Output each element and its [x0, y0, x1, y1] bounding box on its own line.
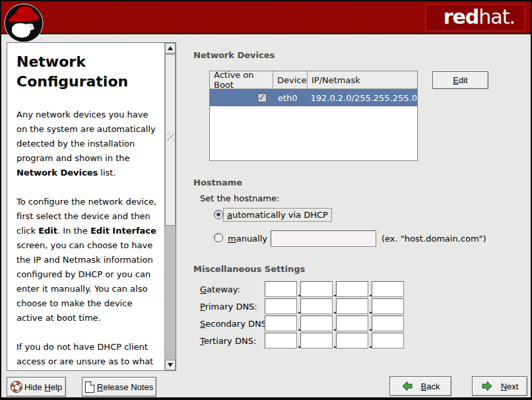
back-button[interactable]: Back: [389, 376, 451, 396]
primary-dns-octet-2-input[interactable]: [300, 298, 333, 314]
secondary-dns-octet-2-input[interactable]: [300, 316, 333, 331]
table-header-row: Active on Boot Device IP/Netmask: [210, 71, 417, 89]
back-arrow-icon: [401, 381, 413, 391]
hide-help-button[interactable]: Hide Help: [7, 377, 66, 397]
secondary-dns-octet-3-input[interactable]: [336, 316, 368, 331]
primary-dns-octet-3-input[interactable]: [336, 298, 368, 314]
gateway-octet-2-input[interactable]: [300, 281, 333, 297]
top-banner: redhat.: [1, 1, 531, 34]
ip-netmask-cell: 192.0.2.0/255.255.255.0: [306, 93, 417, 103]
primary-dns-octet-4-input[interactable]: [372, 298, 404, 314]
help-paragraph-2: To configure the network device, first s…: [17, 195, 160, 325]
manual-radio-button[interactable]: [214, 233, 223, 242]
secondary-dns-octet-4-input[interactable]: [372, 316, 404, 331]
down-arrow-icon: [168, 363, 173, 367]
set-hostname-prompt: Set the hostname:: [200, 193, 279, 203]
help-content: Network Configuration Any network device…: [7, 43, 164, 370]
gateway-label: Gateway:: [200, 284, 240, 294]
gateway-octet-3-input[interactable]: [336, 281, 368, 297]
help-panel: Network Configuration Any network device…: [7, 42, 176, 371]
help-paragraph-3: If you do not have DHCP client access or…: [17, 340, 160, 370]
dhcp-radio-button[interactable]: [214, 210, 223, 219]
column-header-active-on-boot[interactable]: Active on Boot: [210, 71, 273, 89]
next-button[interactable]: Next: [472, 376, 527, 396]
next-button-label: Next: [501, 382, 519, 391]
device-cell: eth0: [273, 93, 306, 103]
hostname-input[interactable]: [271, 230, 376, 247]
active-on-boot-cell: ✓: [210, 93, 273, 102]
secondary-dns-octet-1-input[interactable]: [265, 316, 297, 331]
edit-button[interactable]: Edit: [432, 71, 488, 89]
dhcp-radio-label[interactable]: automatically via DHCP: [223, 208, 332, 222]
brand-text-red: red: [444, 5, 479, 28]
network-devices-section-label: Network Devices: [193, 50, 275, 60]
column-header-ip-netmask[interactable]: IP/Netmask: [308, 71, 417, 89]
table-row[interactable]: ✓ eth0 192.0.2.0/255.255.255.0: [210, 89, 417, 106]
release-notes-button[interactable]: Release Notes: [82, 377, 156, 397]
hostname-section-label: Hostname: [193, 178, 242, 187]
scroll-down-button[interactable]: [165, 360, 176, 370]
checkmark-icon: ✓: [259, 93, 266, 102]
primary-dns-label: Primary DNS:: [200, 302, 257, 312]
tertiary-dns-label: Tertiary DNS:: [200, 336, 256, 346]
scrollbar-grip-icon: [167, 132, 174, 141]
active-on-boot-checkbox[interactable]: ✓: [257, 93, 267, 102]
misc-settings-section-label: Miscellaneous Settings: [193, 264, 305, 274]
secondary-dns-label: Secondary DNS:: [200, 319, 269, 329]
gateway-octet-1-input[interactable]: [265, 281, 297, 297]
hide-help-label: Hide Help: [24, 382, 62, 392]
redhat-shadowman-logo-icon: [4, 3, 44, 44]
next-arrow-icon: [481, 381, 493, 391]
up-arrow-icon: [168, 46, 173, 50]
help-title: Network Configuration: [17, 52, 135, 92]
edit-button-label: Edit: [453, 75, 467, 85]
manual-radio-label[interactable]: manually: [228, 234, 267, 244]
redhat-wordmark: redhat.: [425, 4, 525, 32]
tertiary-dns-octet-3-input[interactable]: [336, 333, 368, 349]
column-header-device[interactable]: Device: [273, 71, 308, 89]
document-icon: [85, 382, 94, 393]
scrollbar-thumb[interactable]: [165, 54, 176, 226]
tertiary-dns-octet-4-input[interactable]: [372, 333, 404, 349]
help-scrollbar[interactable]: [164, 43, 176, 370]
primary-dns-octet-1-input[interactable]: [265, 298, 297, 314]
back-button-label: Back: [421, 382, 440, 391]
help-paragraph-1: Any network devices you have on the syst…: [17, 108, 160, 180]
tertiary-dns-octet-1-input[interactable]: [265, 333, 297, 349]
scroll-up-button[interactable]: [165, 43, 176, 53]
brand-text-hat: hat.: [479, 5, 515, 28]
gateway-octet-4-input[interactable]: [372, 281, 404, 297]
hostname-hint: (ex. "host.domain.com"): [382, 234, 486, 244]
network-devices-table[interactable]: Active on Boot Device IP/Netmask ✓ eth0 …: [209, 71, 418, 161]
installer-window: redhat. Network Configuration Any networ…: [0, 0, 532, 400]
release-notes-label: Release Notes: [97, 382, 153, 392]
tertiary-dns-octet-2-input[interactable]: [300, 333, 333, 349]
life-preserver-icon: [11, 381, 22, 393]
